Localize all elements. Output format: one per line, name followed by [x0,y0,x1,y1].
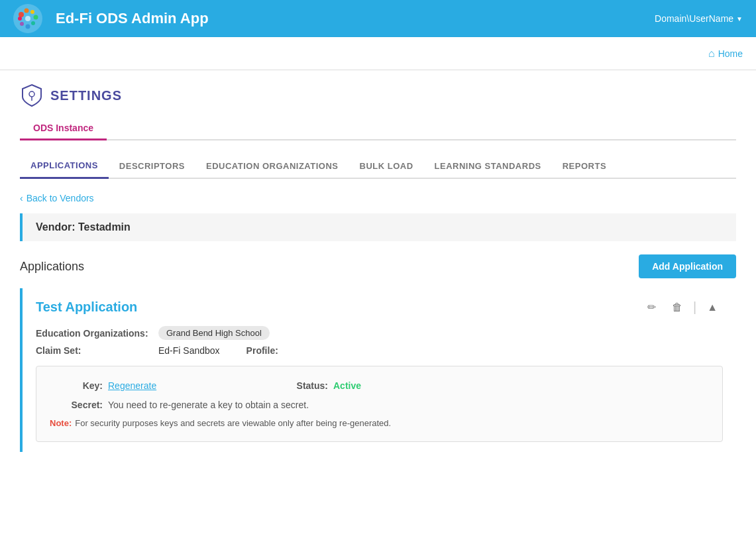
tab-applications[interactable]: APPLICATIONS [20,154,109,179]
svg-point-10 [29,91,34,97]
claim-profile-row: Claim Set: Ed-Fi Sandbox Profile: [36,345,723,356]
action-divider: | [693,300,696,315]
application-name: Test Application [36,300,137,315]
username-label: Domain\UserName [655,13,733,24]
chevron-up-icon: ▲ [707,302,718,313]
education-org-badge: Grand Bend High School [158,326,270,340]
settings-shield-icon [20,83,44,107]
claim-set-label: Claim Set: [36,345,155,356]
tab-learning-standards[interactable]: LEARNING STANDARDS [424,154,552,178]
svg-point-9 [25,16,30,21]
user-menu[interactable]: Domain\UserName ▼ [655,13,743,24]
tab-bulk-load[interactable]: BULK LOAD [349,154,424,178]
svg-point-2 [25,9,29,13]
logo [13,4,42,33]
app-actions: ✏ 🗑 | ▲ [642,298,723,316]
settings-title: SETTINGS [50,88,122,103]
application-card-header: Test Application ✏ 🗑 | ▲ [36,298,723,316]
collapse-application-button[interactable]: ▲ [702,299,723,316]
home-link[interactable]: ⌂ Home [708,48,743,60]
vendor-name: Vendor: Testadmin [36,221,131,233]
key-label: Key: [50,380,103,391]
edit-icon: ✏ [647,302,656,313]
home-icon: ⌂ [708,48,715,60]
tab-reports[interactable]: REPORTS [552,154,617,178]
profile-item: Profile: [246,345,369,356]
claim-set-value: Ed-Fi Sandbox [158,345,220,356]
edit-application-button[interactable]: ✏ [642,298,661,316]
status-label: Status: [288,380,328,391]
svg-point-3 [30,10,34,14]
secret-label: Secret: [50,400,103,410]
svg-point-5 [31,21,35,25]
user-caret-icon: ▼ [736,15,743,23]
nav-bar: ⌂ Home [0,37,756,70]
trash-icon: 🗑 [672,302,682,313]
secret-value: You need to re-generate a key to obtain … [108,400,309,410]
svg-point-1 [19,12,24,17]
applications-section: Applications Add Application [20,254,736,278]
svg-point-8 [18,17,22,21]
education-orgs-label: Education Organizations: [36,328,155,339]
add-application-button[interactable]: Add Application [639,254,736,278]
back-link-label: Back to Vendors [27,193,94,203]
status-value: Active [333,380,361,391]
back-to-vendors-link[interactable]: ‹ Back to Vendors [20,193,94,203]
claim-set-item: Claim Set: Ed-Fi Sandbox [36,345,220,356]
tab-education-organizations[interactable]: EDUCATION ORGANIZATIONS [195,154,349,178]
header: Ed-Fi ODS Admin App Domain\UserName ▼ [0,0,756,37]
app-details: Education Organizations: Grand Bend High… [36,326,723,356]
note-text: For security purposes keys and secrets a… [75,418,391,428]
note-label: Note: [50,418,72,428]
tab-descriptors[interactable]: DESCRIPTORS [109,154,195,178]
svg-point-4 [34,15,38,20]
profile-label: Profile: [246,345,366,356]
education-orgs-row: Education Organizations: Grand Bend High… [36,326,723,340]
svg-point-6 [26,25,30,29]
page-content: SETTINGS ODS Instance APPLICATIONS DESCR… [0,70,756,550]
ods-tabs: ODS Instance [20,117,736,140]
settings-header: SETTINGS [20,83,736,107]
home-label: Home [718,48,743,59]
applications-label: Applications [20,260,84,274]
back-chevron-icon: ‹ [20,193,23,203]
regenerate-key-link[interactable]: Regenerate [108,380,156,391]
delete-application-button[interactable]: 🗑 [667,299,688,316]
sub-tabs: APPLICATIONS DESCRIPTORS EDUCATION ORGAN… [20,154,736,179]
edfi-logo-icon [13,4,42,33]
app-title: Ed-Fi ODS Admin App [56,10,655,27]
key-secret-box: Key: Regenerate Status: Active Secret: Y… [36,366,723,442]
tab-ods-instance[interactable]: ODS Instance [20,117,107,140]
vendor-banner: Vendor: Testadmin [20,213,736,241]
note-row: Note: For security purposes keys and sec… [50,418,709,428]
application-card: Test Application ✏ 🗑 | ▲ Education Organ… [20,288,736,452]
svg-point-7 [20,22,24,26]
